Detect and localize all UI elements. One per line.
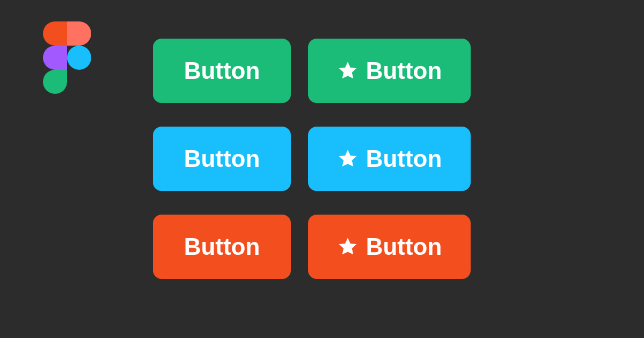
button-blue-with-icon[interactable]: Button: [308, 127, 471, 191]
button-blue-plain[interactable]: Button: [153, 127, 291, 191]
svg-point-0: [67, 46, 91, 70]
button-variants-grid: Button Button Button Button Button Bu: [153, 39, 471, 279]
button-red-with-icon[interactable]: Button: [308, 215, 471, 279]
button-label: Button: [366, 145, 442, 172]
button-green-with-icon[interactable]: Button: [308, 39, 471, 103]
button-label: Button: [184, 145, 260, 172]
button-label: Button: [366, 233, 442, 260]
button-label: Button: [184, 57, 260, 84]
figma-logo: [43, 21, 91, 96]
button-label: Button: [184, 233, 260, 260]
star-icon: [337, 60, 358, 82]
button-label: Button: [366, 57, 442, 84]
button-green-plain[interactable]: Button: [153, 39, 291, 103]
button-row-blue: Button Button: [153, 127, 471, 191]
button-row-green: Button Button: [153, 39, 471, 103]
button-red-plain[interactable]: Button: [153, 215, 291, 279]
star-icon: [337, 236, 358, 258]
button-row-red: Button Button: [153, 215, 471, 279]
star-icon: [337, 148, 358, 170]
